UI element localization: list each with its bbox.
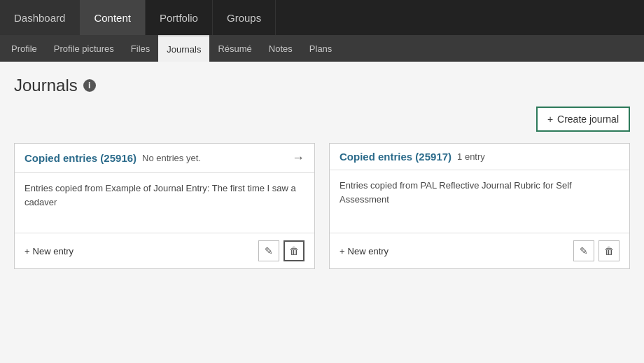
journal-1-arrow-icon[interactable]: → <box>292 151 304 165</box>
journal-2-body: Entries copied from PAL Reflective Journ… <box>330 170 629 233</box>
page-content: Journals i + Create journal Copied entri… <box>0 62 644 276</box>
subnav-item-profile[interactable]: Profile <box>3 35 46 62</box>
journal-2-header-left: Copied entries (25917) 1 entry <box>340 151 485 163</box>
subnav-item-profile-pictures[interactable]: Profile pictures <box>46 35 122 62</box>
journal-card-1: Copied entries (25916) No entries yet. →… <box>14 143 315 269</box>
journal-2-title[interactable]: Copied entries (25917) <box>340 151 451 163</box>
delete-button-1[interactable]: 🗑 <box>284 240 304 261</box>
page-title: Journals <box>14 76 78 95</box>
nav-item-content[interactable]: Content <box>80 0 146 35</box>
journal-1-entry-count: No entries yet. <box>142 153 201 163</box>
new-entry-plus-icon-2: + <box>340 246 345 256</box>
journal-card-2: Copied entries (25917) 1 entry Entries c… <box>329 143 630 269</box>
journal-1-footer: + New entry ✎ 🗑 <box>15 233 314 268</box>
journal-2-actions: ✎ 🗑 <box>573 240 620 261</box>
nav-item-portfolio[interactable]: Portfolio <box>146 0 213 35</box>
trash-icon-2: 🗑 <box>604 245 614 256</box>
journal-2-footer: + New entry ✎ 🗑 <box>330 233 629 268</box>
journal-1-header-left: Copied entries (25916) No entries yet. <box>24 152 201 164</box>
journal-1-body: Entries copied from Example of Journal E… <box>15 173 314 233</box>
subnav-item-notes[interactable]: Notes <box>260 35 301 62</box>
nav-item-groups[interactable]: Groups <box>213 0 276 35</box>
new-entry-label-2: New entry <box>348 246 389 256</box>
info-icon[interactable]: i <box>83 79 96 92</box>
create-journal-button[interactable]: + Create journal <box>536 107 630 132</box>
journal-card-1-header: Copied entries (25916) No entries yet. → <box>15 144 314 173</box>
create-journal-label: Create journal <box>557 114 619 125</box>
journal-1-title[interactable]: Copied entries (25916) <box>24 152 136 164</box>
edit-button-2[interactable]: ✎ <box>573 240 594 261</box>
journal-2-entry-count: 1 entry <box>457 151 485 162</box>
pencil-icon-2: ✎ <box>580 245 588 256</box>
pencil-icon-1: ✎ <box>265 245 273 256</box>
toolbar-row: + Create journal <box>14 107 630 132</box>
delete-button-2[interactable]: 🗑 <box>598 240 620 261</box>
new-entry-button-2[interactable]: + New entry <box>340 246 388 256</box>
plus-icon: + <box>547 114 553 125</box>
journal-1-actions: ✎ 🗑 <box>258 240 304 261</box>
new-entry-plus-icon-1: + <box>24 246 30 256</box>
journal-2-description: Entries copied from PAL Reflective Journ… <box>340 180 572 205</box>
journals-grid: Copied entries (25916) No entries yet. →… <box>14 143 630 269</box>
subnav-item-plans[interactable]: Plans <box>301 35 341 62</box>
new-entry-button-1[interactable]: + New entry <box>24 246 74 256</box>
journal-1-description: Entries copied from Example of Journal E… <box>24 183 296 207</box>
title-row: Journals i <box>14 76 630 95</box>
subnav-item-resume[interactable]: Résumé <box>209 35 260 62</box>
subnav-item-journals[interactable]: Journals <box>158 35 209 62</box>
journal-card-2-header: Copied entries (25917) 1 entry <box>330 144 629 170</box>
subnav-item-files[interactable]: Files <box>122 35 158 62</box>
nav-item-dashboard[interactable]: Dashboard <box>0 0 80 35</box>
new-entry-label-1: New entry <box>33 246 74 256</box>
top-nav: Dashboard Content Portfolio Groups <box>0 0 644 35</box>
trash-icon-1: 🗑 <box>289 245 299 256</box>
edit-button-1[interactable]: ✎ <box>258 240 279 261</box>
sub-nav: Profile Profile pictures Files Journals … <box>0 35 644 62</box>
